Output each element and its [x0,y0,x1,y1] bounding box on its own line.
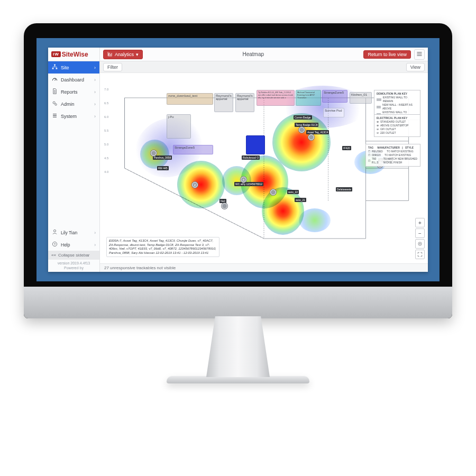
marker[interactable] [151,150,157,156]
sidebar-item-label: Site [61,65,69,70]
svg-point-5 [53,230,56,232]
zone-note-right[interactable]: Michael Townsend Existing Line AF07 Tran… [296,90,321,106]
map-controls: + − [415,218,425,259]
marker[interactable] [222,203,227,209]
svg-rect-0 [54,65,56,66]
sidebar-item-site[interactable]: Site › [48,61,99,74]
floorplan-layer: 7.0 6.5 6.0 5.5 5.0 4.5 4.0 [103,76,425,260]
axis-label: 6.5 [104,102,108,105]
sitemap-icon [52,64,58,71]
axis-label: 4.5 [104,157,108,160]
sidebar-item-admin[interactable]: Admin › [48,98,99,110]
cogs-icon [52,100,58,107]
sidebar-help[interactable]: ? Help › [48,239,99,251]
gauge-icon [52,76,58,83]
tag-parshva[interactable]: Parshva_0858 [153,155,172,160]
sidebar: iW SiteWise Site › [48,48,100,272]
chevron-right-icon: › [94,102,96,107]
toolbar: Filter View [100,61,428,73]
analytics-dropdown[interactable]: Analytics ▾ [103,50,143,59]
brand-name: SiteWise [62,51,88,58]
zoom-out-button[interactable]: − [415,228,425,238]
zone-strange[interactable]: StrangeZone5 [322,90,347,103]
zone-note[interactable]: Ty Rolden E2-14_4W Sub_2.2-R-0 we offer … [257,90,295,106]
tag-if420[interactable]: IF420 [342,146,351,150]
heatmap-canvas[interactable]: 7.0 6.5 6.0 5.5 5.0 4.5 4.0 [100,73,428,263]
hamburger-button[interactable] [414,49,425,60]
view-label: View [410,65,420,70]
collapse-sidebar[interactable]: «« Collapse sidebar [48,251,99,260]
file-icon [52,88,58,95]
axis-label: 6.0 [104,115,108,118]
monitor-frame: iW SiteWise Site › [24,23,452,383]
axis-label: 5.0 [104,143,108,146]
zoom-in-button[interactable]: + [415,218,425,227]
chevron-right-icon: › [94,65,96,70]
marker-4[interactable]: 4 [241,177,246,182]
chevron-right-icon: › [94,230,96,235]
zone-raymond2[interactable]: Raymond's apportal [235,93,254,112]
brand-logo: iW SiteWise [48,48,99,61]
sidebar-footer: Lily Tian › ? Help › «« Collapse [48,226,99,272]
user-icon [52,229,58,236]
filter-button[interactable]: Filter [103,63,122,71]
sidebar-help-label: Help [61,242,70,248]
return-live-button[interactable]: Return to live view [363,50,411,59]
sidebar-item-system[interactable]: System › [48,110,99,122]
svg-rect-2 [56,68,58,69]
hamburger-icon [416,51,423,58]
view-button[interactable]: View [406,63,425,71]
caret-down-icon: ▾ [136,52,139,57]
svg-text:?: ? [54,243,56,246]
tag-auto22[interactable]: auto_22 [287,190,299,194]
chevron-right-icon: › [94,242,96,248]
page-title: Heatmap [146,51,360,57]
zone-jpo[interactable]: j-Po [167,114,191,139]
main-area: Analytics ▾ Heatmap Return to live view [100,48,428,272]
svg-point-3 [53,102,55,104]
svg-point-4 [55,104,57,105]
list-icon [52,113,58,120]
zone-download-test[interactable]: zone_download_test [167,93,213,105]
sidebar-item-dashboard[interactable]: Dashboard › [48,74,99,86]
tag-wc[interactable]: WC athy 12345678012 [234,182,263,186]
tag-robulwood[interactable]: Robulwood O [242,155,260,160]
tag-delete[interactable]: Deleteeeete [336,187,352,191]
tag-comm[interactable]: Comm Badge [294,115,312,120]
svg-rect-1 [52,68,54,69]
sidebar-item-label: Admin [61,102,75,107]
monitor-stand-foot [167,376,309,383]
monitor-bezel: iW SiteWise Site › [24,23,452,318]
sidebar-item-reports[interactable]: Reports › [48,86,99,98]
marker-2[interactable]: 2 [192,182,198,188]
sidebar-item-label: System [61,114,77,119]
zone-kitchen[interactable]: Kitchen_01 [350,92,372,104]
zone-blue-block[interactable] [246,135,265,154]
legend-electrical: ELECTRICAL PLAN KEY ⊕STANDARD OUTLET ⊕AB… [374,114,420,137]
chevrons-left-icon: «« [51,253,56,258]
monitor-stand-neck [206,316,270,377]
tag-rm445[interactable]: RM 445 [157,166,169,170]
fullscreen-button[interactable] [415,250,425,259]
collapse-label: Collapse sidebar [58,253,90,258]
recenter-button[interactable] [415,239,425,249]
tag-auto21[interactable]: auto_21 [295,198,306,202]
marker[interactable] [299,127,305,133]
marker[interactable] [270,189,276,195]
tag-temp-badge[interactable]: Temp Badge 01C8 [295,123,318,127]
axis-label: 7.0 [104,88,108,91]
help-icon: ? [52,241,58,248]
status-bar: 27 unresponsive trackables not visible [100,263,428,272]
chevron-right-icon: › [94,77,96,83]
chart-icon [107,51,113,58]
marker[interactable] [308,134,314,140]
tag-asset[interactable]: Asset Tag_413C4 [306,130,329,134]
zone-strange2[interactable]: StrangeZone5 [173,145,213,154]
zone-sunrise[interactable]: Sunrise Pod [323,108,344,117]
zone-raymond1[interactable]: Raymond's apportal [214,93,233,112]
sidebar-user[interactable]: Lily Tian › [48,226,99,239]
tag-neil[interactable]: Neil [219,199,226,203]
status-text: 27 unresponsive trackables not visible [104,266,176,270]
topbar: Analytics ▾ Heatmap Return to live view [100,48,428,61]
sidebar-user-name: Lily Tian [61,230,77,235]
